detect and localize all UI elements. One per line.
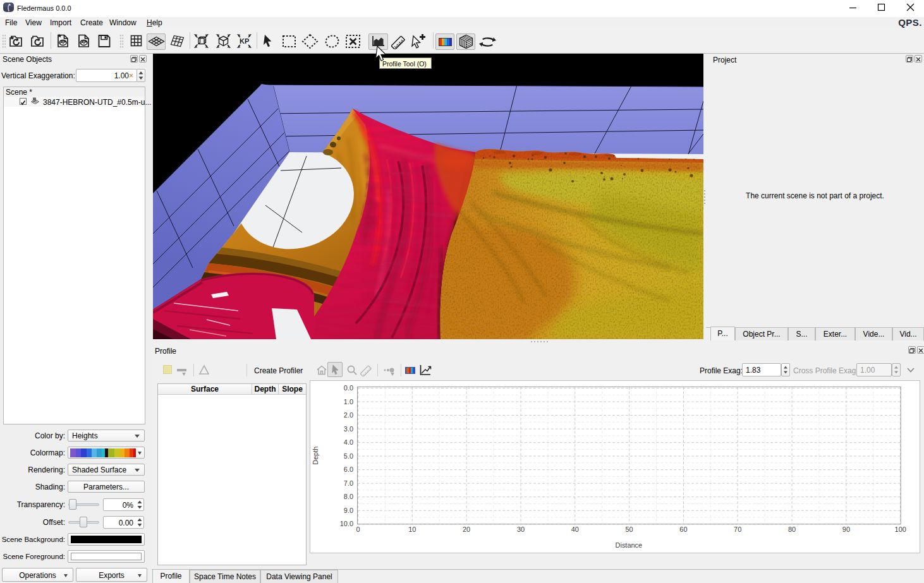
svg-text:10.0: 10.0: [340, 520, 353, 527]
svg-text:50: 50: [626, 526, 633, 533]
svg-text:60: 60: [679, 526, 687, 533]
svg-text:40: 40: [571, 526, 579, 533]
svg-text:Distance: Distance: [616, 541, 642, 549]
svg-text:3.0: 3.0: [344, 425, 353, 433]
svg-text:6.0: 6.0: [344, 466, 353, 473]
svg-text:KP: KP: [240, 37, 249, 45]
svg-text:4.0: 4.0: [344, 438, 353, 446]
svg-text:20: 20: [463, 526, 470, 533]
svg-text:30: 30: [517, 526, 525, 533]
svg-text:Depth: Depth: [312, 447, 319, 465]
svg-text:80: 80: [788, 526, 796, 533]
svg-text:10: 10: [408, 526, 416, 533]
svg-text:1.0: 1.0: [344, 398, 353, 406]
svg-text:9.0: 9.0: [344, 507, 353, 514]
svg-text:0.0: 0.0: [344, 384, 353, 392]
svg-text:0: 0: [356, 526, 360, 533]
svg-text:7.0: 7.0: [344, 479, 353, 487]
svg-text:5.0: 5.0: [344, 452, 353, 460]
svg-text:90: 90: [842, 526, 850, 533]
svg-text:2.0: 2.0: [344, 411, 353, 419]
svg-text:70: 70: [734, 526, 741, 533]
svg-text:8.0: 8.0: [344, 493, 353, 500]
svg-text:100: 100: [895, 526, 906, 533]
